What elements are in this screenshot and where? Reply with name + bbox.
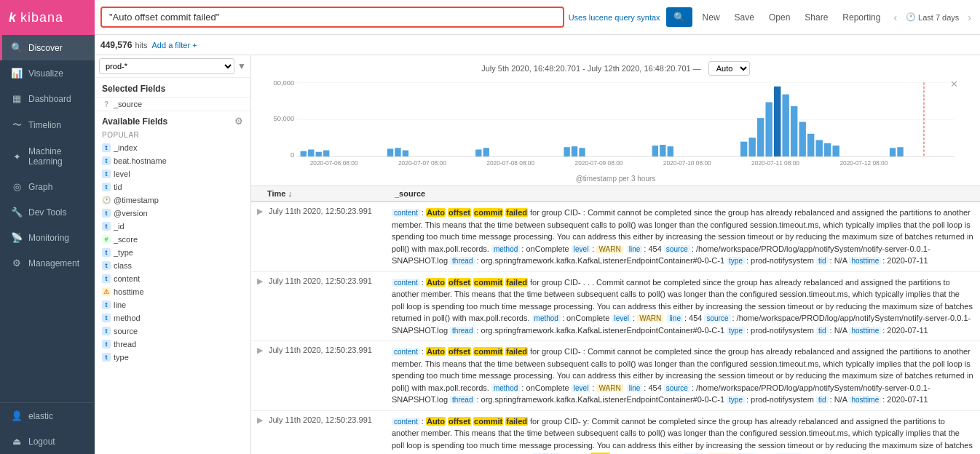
svg-rect-25	[774, 87, 781, 156]
highlight-commit: commit	[473, 278, 503, 287]
field-item-source[interactable]: tsource	[95, 324, 250, 338]
field-item-_index[interactable]: t_index	[95, 141, 250, 154]
row-time: July 11th 2020, 12:50:23.991	[269, 276, 389, 285]
field-name: type	[114, 353, 129, 362]
field-badge: method	[491, 245, 520, 253]
sidebar-item-discover[interactable]: 🔍 Discover	[0, 35, 95, 60]
results-table: ▲ Time ↓ _source ▶ July 11th 2020, 12:50…	[251, 186, 980, 454]
highlight-offset: offset	[448, 417, 471, 426]
field-type-icon: t	[102, 340, 111, 349]
field-badge: type	[727, 327, 745, 335]
add-filter-button[interactable]: Add a filter +	[152, 41, 197, 49]
open-button[interactable]: Open	[764, 9, 794, 25]
field-item-@version[interactable]: t@version	[95, 207, 250, 220]
field-item-type[interactable]: ttype	[95, 351, 250, 364]
field-item-beat.hostname[interactable]: tbeat.hostname	[95, 154, 250, 167]
table-header: Time ↓ _source	[251, 186, 980, 202]
field-item-@timestamp[interactable]: 🕐@timestamp	[95, 194, 250, 207]
field-item-line[interactable]: tline	[95, 298, 250, 311]
topbar-right: Uses lucene query syntax 🔍 New Save Open…	[569, 7, 974, 27]
index-chevron[interactable]: ▼	[237, 61, 246, 71]
field-badge: hosttime	[849, 257, 881, 265]
sidebar-item-visualize[interactable]: 📊 Visualize	[0, 60, 95, 86]
field-name: _source	[114, 100, 142, 108]
save-button[interactable]: Save	[730, 9, 759, 25]
field-badge: content	[392, 209, 420, 217]
available-fields-section: Available Fields ⚙	[95, 111, 250, 129]
search-input[interactable]	[100, 7, 564, 28]
sidebar-item-machine-learning[interactable]: ✦ Machine Learning	[0, 139, 95, 174]
field-type-icon: t	[102, 314, 111, 322]
chart-x-label: @timestamp per 3 hours	[273, 175, 958, 183]
sidebar-item-logout[interactable]: ⏏ Logout	[0, 429, 95, 454]
sidebar-logo[interactable]: k kibana	[0, 0, 95, 35]
field-item-method[interactable]: tmethod	[95, 311, 250, 324]
svg-text:2020-07-12 08:00: 2020-07-12 08:00	[839, 159, 888, 167]
nav-next[interactable]: ›	[965, 12, 974, 23]
machine-learning-icon: ✦	[11, 151, 23, 162]
nav-prev[interactable]: ‹	[890, 12, 900, 23]
row-expand-button[interactable]: ▶	[257, 415, 263, 425]
svg-rect-30	[815, 140, 822, 157]
search-button[interactable]: 🔍	[666, 7, 692, 27]
row-expand-button[interactable]: ▶	[257, 276, 263, 286]
time-column-header[interactable]: Time ↓	[267, 189, 395, 198]
index-select[interactable]: prod-*	[99, 58, 234, 74]
share-button[interactable]: Share	[800, 9, 832, 25]
field-badge: level	[612, 314, 631, 322]
field-item-tid[interactable]: ttid	[95, 180, 250, 194]
timelion-icon: 〜	[11, 119, 23, 132]
sidebar-item-management[interactable]: ⚙ Management	[0, 250, 95, 276]
field-item-class[interactable]: tclass	[95, 259, 250, 272]
sidebar-item-graph[interactable]: ◎ Graph	[0, 174, 95, 199]
dashboard-icon: ▦	[11, 93, 23, 104]
field-type-icon: t	[102, 248, 111, 257]
svg-rect-28	[799, 122, 805, 157]
warn-badge: WARN	[596, 384, 623, 392]
field-item-hosttime[interactable]: ⚠hosttime	[95, 285, 250, 298]
svg-rect-9	[323, 151, 329, 157]
kibana-logo-text: kibana	[20, 10, 63, 25]
field-badge: line	[627, 384, 643, 392]
row-expand-button[interactable]: ▶	[257, 346, 263, 355]
user-icon: 👤	[11, 410, 23, 421]
field-item-_type[interactable]: t_type	[95, 246, 250, 259]
svg-text:0: 0	[291, 151, 294, 159]
sidebar-item-dev-tools[interactable]: 🔧 Dev Tools	[0, 199, 95, 225]
field-item-thread[interactable]: tthread	[95, 338, 250, 351]
table-row: ▶ July 11th 2020, 12:50:23.991 content: …	[251, 272, 980, 342]
field-item-_score[interactable]: #_score	[95, 233, 250, 246]
reporting-button[interactable]: Reporting	[838, 9, 885, 25]
field-item-_id[interactable]: t_id	[95, 220, 250, 233]
svg-rect-16	[572, 146, 577, 156]
selected-field-source[interactable]: ? _source	[95, 97, 250, 111]
svg-rect-7	[308, 150, 314, 157]
new-button[interactable]: New	[698, 9, 724, 25]
sidebar-item-label: Graph	[28, 182, 52, 192]
sidebar-item-dashboard[interactable]: ▦ Dashboard	[0, 86, 95, 111]
highlight-auto: Auto	[426, 208, 446, 217]
field-name: _id	[114, 222, 125, 231]
highlight-auto: Auto	[426, 278, 446, 287]
chart-close-button[interactable]: ✕	[950, 79, 958, 89]
sidebar-item-elastic[interactable]: 👤 elastic	[0, 403, 95, 429]
highlight-offset: offset	[448, 208, 471, 217]
svg-rect-24	[765, 103, 772, 157]
svg-text:2020-07-10 08:00: 2020-07-10 08:00	[663, 159, 711, 167]
row-time: July 11th 2020, 12:50:23.991	[269, 415, 389, 424]
svg-rect-15	[564, 147, 569, 156]
field-badge: type	[727, 396, 745, 404]
svg-rect-32	[832, 146, 839, 156]
sidebar-item-timelion[interactable]: 〜 Timelion	[0, 111, 95, 139]
chart-interval-select[interactable]: Auto	[708, 61, 750, 76]
highlight-auto: Auto	[426, 347, 446, 356]
row-expand-button[interactable]: ▶	[257, 207, 263, 216]
field-type-icon: ?	[102, 100, 111, 108]
sidebar-item-monitoring[interactable]: 📡 Monitoring	[0, 225, 95, 250]
svg-rect-19	[660, 145, 665, 156]
field-badge: thread	[450, 257, 475, 265]
field-item-level[interactable]: tlevel	[95, 167, 250, 180]
fields-settings-button[interactable]: ⚙	[234, 116, 243, 127]
field-item-content[interactable]: tcontent	[95, 272, 250, 285]
content-area: prod-* ▼ Selected Fields ? _source Avail…	[95, 55, 980, 454]
